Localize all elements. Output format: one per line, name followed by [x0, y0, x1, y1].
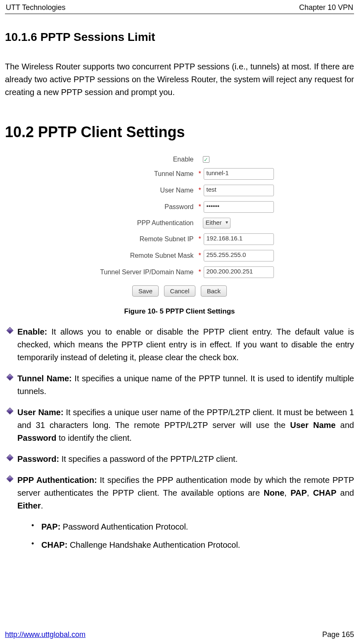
- required-marker: *: [198, 269, 202, 276]
- row-ppp-auth: PPP Authentication Either: [86, 218, 274, 228]
- bullet-password: Password: It specifies a password of the…: [5, 453, 354, 466]
- term-ppp-auth: PPP Authentication:: [17, 475, 97, 485]
- bullet-password-text: Password: It specifies a password of the…: [17, 453, 354, 466]
- figure-caption: Figure 10- 5 PPTP Client Settings: [5, 307, 354, 316]
- heading-10-2: 10.2 PPTP Client Settings: [5, 124, 354, 141]
- required-marker: *: [198, 170, 202, 178]
- row-tunnel-server: Tunnel Server IP/Domain Name * 200.200.2…: [86, 266, 274, 278]
- row-enable: Enable ✓: [86, 156, 274, 163]
- term-enable: Enable:: [17, 327, 47, 336]
- diamond-icon: [5, 372, 17, 398]
- label-remote-subnet-mask: Remote Subnet Mask: [86, 252, 197, 259]
- pptp-form: Enable ✓ Tunnel Name * tunnel-1 User Nam…: [86, 156, 274, 301]
- bullet-user-name-text: User Name: It specifies a unique user na…: [17, 406, 354, 444]
- required-marker: *: [198, 203, 202, 211]
- paragraph-10-1-6: The Wireless Router supports two concurr…: [5, 60, 354, 99]
- label-enable: Enable: [86, 156, 197, 163]
- diamond-icon: [5, 326, 17, 364]
- row-remote-subnet-ip: Remote Subnet IP * 192.168.16.1: [86, 233, 274, 245]
- sub-bullet-chap-text: CHAP: Challenge Handshake Authentication…: [41, 539, 354, 551]
- label-user-name: User Name: [86, 187, 197, 194]
- row-remote-subnet-mask: Remote Subnet Mask * 255.255.255.0: [86, 250, 274, 261]
- figure-pptp-client-settings: Enable ✓ Tunnel Name * tunnel-1 User Nam…: [5, 156, 354, 316]
- row-tunnel-name: Tunnel Name * tunnel-1: [86, 168, 274, 180]
- enable-checkbox[interactable]: ✓: [203, 156, 209, 163]
- label-password: Password: [86, 203, 197, 211]
- user-name-input[interactable]: test: [204, 185, 274, 196]
- term-pap: PAP:: [41, 522, 60, 531]
- label-tunnel-server: Tunnel Server IP/Domain Name: [86, 269, 197, 276]
- tunnel-name-input[interactable]: tunnel-1: [204, 168, 274, 180]
- row-password: Password * ••••••: [86, 201, 274, 213]
- save-button[interactable]: Save: [132, 285, 159, 297]
- term-chap: CHAP:: [41, 540, 67, 549]
- bullet-dot-icon: •: [29, 520, 41, 533]
- diamond-icon: [5, 474, 17, 512]
- label-tunnel-name: Tunnel Name: [86, 170, 197, 178]
- remote-subnet-mask-input[interactable]: 255.255.255.0: [204, 250, 274, 261]
- back-button[interactable]: Back: [201, 285, 227, 297]
- bullet-ppp-auth: PPP Authentication: It specifies the PPP…: [5, 474, 354, 512]
- bullet-enable-text: Enable: It allows you to enable or disab…: [17, 326, 354, 364]
- header-left: UTT Technologies: [6, 3, 65, 12]
- form-button-row: Save Cancel Back: [86, 285, 274, 297]
- required-marker: *: [198, 187, 202, 194]
- required-marker: *: [198, 235, 202, 243]
- footer-link[interactable]: http://www.uttglobal.com: [5, 630, 86, 639]
- required-marker: *: [198, 252, 202, 259]
- diamond-icon: [5, 406, 17, 444]
- bullet-tunnel-name: Tunnel Name: It specifies a unique name …: [5, 372, 354, 398]
- remote-subnet-ip-input[interactable]: 192.168.16.1: [204, 233, 274, 245]
- password-input[interactable]: ••••••: [204, 201, 274, 213]
- sub-bullet-pap-text: PAP: Password Authentication Protocol.: [41, 520, 354, 533]
- bullet-dot-icon: •: [29, 539, 41, 551]
- label-ppp-auth: PPP Authentication: [86, 219, 197, 227]
- heading-10-1-6: 10.1.6 PPTP Sessions Limit: [5, 31, 354, 44]
- row-user-name: User Name * test: [86, 185, 274, 196]
- header-right: Chapter 10 VPN: [299, 3, 353, 12]
- bullet-enable: Enable: It allows you to enable or disab…: [5, 326, 354, 364]
- sub-bullet-pap: • PAP: Password Authentication Protocol.: [29, 520, 354, 533]
- sub-bullet-chap: • CHAP: Challenge Handshake Authenticati…: [29, 539, 354, 551]
- label-remote-subnet-ip: Remote Subnet IP: [86, 235, 197, 243]
- cancel-button[interactable]: Cancel: [164, 285, 196, 297]
- page-footer: http://www.uttglobal.com Page 165: [5, 630, 354, 639]
- page-header: UTT Technologies Chapter 10 VPN: [5, 3, 354, 14]
- ppp-auth-select[interactable]: Either: [203, 218, 231, 228]
- bullet-ppp-auth-text: PPP Authentication: It specifies the PPP…: [17, 474, 354, 512]
- term-user-name: User Name:: [17, 408, 64, 417]
- page-number: Page 165: [322, 630, 354, 639]
- bullet-tunnel-name-text: Tunnel Name: It specifies a unique name …: [17, 372, 354, 398]
- term-password: Password:: [17, 454, 59, 463]
- diamond-icon: [5, 453, 17, 466]
- tunnel-server-input[interactable]: 200.200.200.251: [204, 266, 274, 278]
- term-tunnel-name: Tunnel Name:: [17, 374, 72, 383]
- bullet-user-name: User Name: It specifies a unique user na…: [5, 406, 354, 444]
